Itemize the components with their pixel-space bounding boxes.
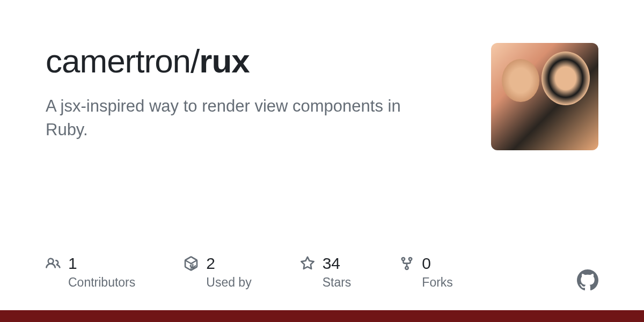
stat-value: 0 [422,254,453,273]
stat-label: Used by [206,275,251,290]
fork-icon [399,256,414,271]
repo-owner[interactable]: camertron [46,42,191,79]
stat-content: 0 Forks [422,254,453,290]
stat-content: 2 Used by [206,254,251,290]
stat-label: Contributors [68,275,135,290]
stat-stars[interactable]: 34 Stars [300,254,352,290]
stat-usedby[interactable]: 2 Used by [184,254,251,290]
star-icon [300,256,315,271]
repo-title: camertron/rux [46,43,470,79]
stat-contributors[interactable]: 1 Contributors [46,254,135,290]
repo-header: camertron/rux A jsx-inspired way to rend… [0,0,644,150]
package-dependents-icon [184,256,199,271]
stat-content: 34 Stars [323,254,352,290]
repo-name[interactable]: rux [199,42,249,79]
stat-value: 2 [206,254,251,273]
stat-content: 1 Contributors [68,254,135,290]
repo-info: camertron/rux A jsx-inspired way to rend… [46,43,491,141]
owner-avatar[interactable] [491,43,598,150]
stat-value: 34 [323,254,352,273]
repo-stats: 1 Contributors 2 Used by 34 Stars 0 Fork… [46,254,453,290]
stat-label: Stars [323,275,352,290]
repo-description: A jsx-inspired way to render view compon… [46,94,432,141]
stat-value: 1 [68,254,135,273]
stat-label: Forks [422,275,453,290]
github-logo-icon[interactable] [577,269,598,291]
stat-forks[interactable]: 0 Forks [399,254,453,290]
repo-slash: / [191,42,199,79]
language-color-bar [0,310,644,322]
people-icon [46,256,61,271]
